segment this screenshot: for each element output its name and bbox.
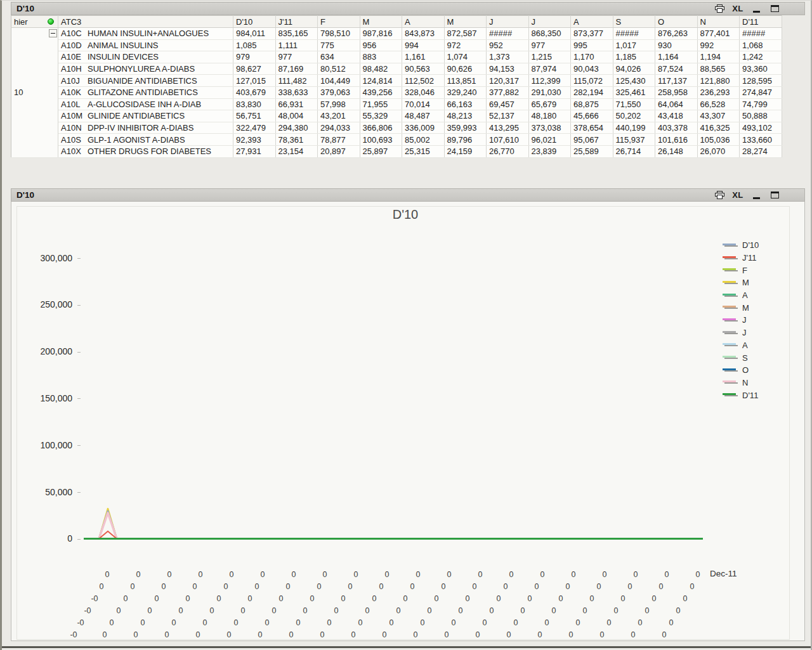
month-column-header[interactable]: J xyxy=(528,16,571,28)
table-caption-bar[interactable]: D'10 XL xyxy=(11,2,805,15)
dimension-cell[interactable]: A10KGLITAZONE ANTIDIABETICS xyxy=(58,86,233,98)
excel-export-icon[interactable]: XL xyxy=(732,4,743,14)
legend-entry: M xyxy=(723,276,759,289)
data-point-value-label: 0 xyxy=(540,570,545,579)
value-cell: 124,814 xyxy=(360,75,402,87)
value-cell: 291,030 xyxy=(528,86,571,98)
data-point-value-label: 0 xyxy=(217,594,221,603)
data-point-value-label: 0 xyxy=(631,630,636,639)
excel-export-icon[interactable]: XL xyxy=(732,190,743,200)
month-column-header[interactable]: D'11 xyxy=(740,16,782,28)
value-cell: 48,487 xyxy=(402,110,445,122)
hier-value-cell[interactable]: 10 xyxy=(11,28,58,158)
print-icon[interactable] xyxy=(714,190,725,200)
value-cell: 66,528 xyxy=(697,98,740,110)
month-column-header[interactable]: F xyxy=(318,16,360,28)
header-row: hierATC3D'10J'11FMAMJJASOND'11 xyxy=(11,16,782,28)
data-point-value-label: 0 xyxy=(136,570,141,579)
dimension-cell[interactable]: A10EINSULIN DEVICES xyxy=(58,51,233,63)
value-cell: 775 xyxy=(318,39,360,51)
month-column-header[interactable]: M xyxy=(444,16,487,28)
data-point-value-label: 0 xyxy=(509,570,514,579)
month-column-header[interactable]: S xyxy=(613,16,655,28)
month-column-header[interactable]: A xyxy=(571,16,613,28)
data-point-value-label: 0 xyxy=(478,570,483,579)
dimension-cell[interactable]: A10HSULPHONYLUREA A-DIABS xyxy=(58,63,233,75)
data-point-value-label: 0 xyxy=(379,582,384,591)
atc-name: BIGUANIDE ANTIDIABETICS xyxy=(88,76,197,86)
data-point-value-label: 0 xyxy=(100,582,104,591)
legend-entry: J xyxy=(723,314,759,327)
dimension-cell[interactable]: A10LA-GLUCOSIDASE INH A-DIAB xyxy=(58,98,233,110)
legend-entry: N xyxy=(723,377,759,389)
dimension-cell[interactable]: A10JBIGUANIDE ANTIDIABETICS xyxy=(58,75,233,87)
value-cell: ##### xyxy=(740,28,782,40)
table-caption-icons: XL xyxy=(714,3,780,15)
value-cell: 329,240 xyxy=(444,86,487,98)
month-column-header[interactable]: N xyxy=(697,16,740,28)
y-axis-tick-label: 50,000 xyxy=(23,487,72,497)
value-cell: 125,430 xyxy=(613,75,655,87)
dimension-cell[interactable]: A10MGLINIDE ANTIDIABETICS xyxy=(58,110,233,122)
legend-line-marker-icon xyxy=(723,305,737,310)
dimension-cell[interactable]: A10SGLP-1 AGONIST A-DIABS xyxy=(58,134,233,146)
value-cell: 23,154 xyxy=(275,145,318,157)
collapse-minus-icon[interactable] xyxy=(49,29,57,37)
legend-label: N xyxy=(742,378,748,387)
hier-column-header[interactable]: hier xyxy=(11,16,58,28)
print-icon[interactable] xyxy=(714,4,725,14)
dimension-cell[interactable]: A10CHUMAN INSULIN+ANALOGUES xyxy=(58,28,233,40)
value-cell: 992 xyxy=(697,39,740,51)
maximize-icon[interactable] xyxy=(769,190,780,200)
legend-line-marker-icon xyxy=(723,368,737,373)
table-row: A10LA-GLUCOSIDASE INH A-DIAB83,83066,931… xyxy=(11,98,782,110)
data-point-value-label: 0 xyxy=(476,630,480,639)
value-cell: 236,293 xyxy=(697,86,740,98)
value-cell: 868,350 xyxy=(528,28,571,40)
value-cell: 379,063 xyxy=(318,86,360,98)
y-axis-tick-mark xyxy=(77,305,81,306)
data-point-value-label: 0 xyxy=(396,606,401,615)
chart-legend: D'10J'11FMAMJJASOND'11 xyxy=(723,239,759,401)
atc-code: A10K xyxy=(61,88,88,97)
minimize-icon[interactable] xyxy=(750,190,762,200)
minimize-icon[interactable] xyxy=(750,4,762,14)
value-cell: 378,654 xyxy=(571,122,613,134)
table-row: A10DANIMAL INSULINS1,0851,11177595699497… xyxy=(11,39,782,51)
qlikview-sheet: D'10 XL hierATC3D'10J'11FMAMJJASOND'1110… xyxy=(0,0,812,650)
month-column-header[interactable]: D'10 xyxy=(233,16,276,28)
data-point-value-label: 0 xyxy=(124,594,128,603)
atc-code: A10L xyxy=(61,100,88,109)
dimension-cell[interactable]: A10XOTHER DRUGS FOR DIABETES xyxy=(58,145,233,157)
value-cell: 493,102 xyxy=(740,122,782,134)
chart-caption-bar[interactable]: D'10 XL xyxy=(11,188,805,202)
value-cell: 50,888 xyxy=(740,110,782,122)
atc-name: OTHER DRUGS FOR DIABETES xyxy=(88,146,211,156)
month-column-header[interactable]: O xyxy=(655,16,698,28)
month-column-header[interactable]: J'11 xyxy=(275,16,318,28)
value-cell: 52,137 xyxy=(487,110,529,122)
value-cell: 294,033 xyxy=(318,122,360,134)
value-cell: 133,660 xyxy=(740,134,782,146)
atc3-column-header[interactable]: ATC3 xyxy=(58,16,233,28)
maximize-icon[interactable] xyxy=(769,4,780,14)
selection-state-green-dot-icon[interactable] xyxy=(48,18,54,25)
data-point-value-label: 0 xyxy=(241,606,246,615)
data-point-value-label: 0 xyxy=(289,630,294,639)
dimension-cell[interactable]: A10DANIMAL INSULINS xyxy=(58,39,233,51)
x-axis-tick-label: Dec-11 xyxy=(710,569,737,578)
value-cell: 101,616 xyxy=(655,134,698,146)
dimension-cell[interactable]: A10NDPP-IV INHIBITOR A-DIABS xyxy=(58,122,233,134)
data-point-value-label: 0 xyxy=(117,606,121,615)
value-cell: 57,998 xyxy=(318,98,360,110)
data-point-value-label: 0 xyxy=(110,618,114,627)
data-point-value-label: 0 xyxy=(483,618,487,627)
value-cell: 71,955 xyxy=(360,98,402,110)
month-column-header[interactable]: A xyxy=(402,16,445,28)
y-axis-tick-mark xyxy=(77,539,81,540)
value-cell: ##### xyxy=(613,28,655,40)
month-column-header[interactable]: J xyxy=(487,16,529,28)
value-cell: 111,482 xyxy=(275,75,318,87)
month-column-header[interactable]: M xyxy=(360,16,402,28)
data-point-value-label: 0 xyxy=(403,594,408,603)
